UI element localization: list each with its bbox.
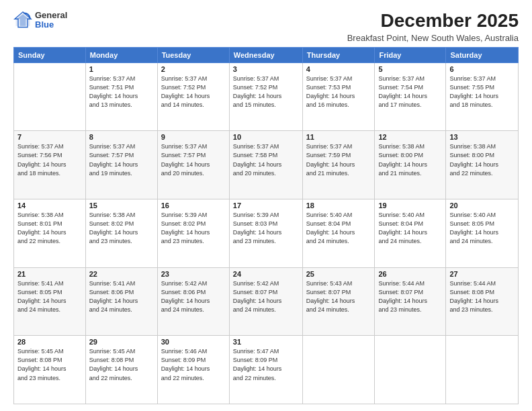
subtitle: Breakfast Point, New South Wales, Austra…	[347, 33, 519, 43]
calendar-cell	[14, 62, 86, 131]
day-info: Sunrise: 5:44 AM Sunset: 8:08 PM Dayligh…	[449, 279, 515, 314]
day-info: Sunrise: 5:39 AM Sunset: 8:03 PM Dayligh…	[233, 211, 299, 246]
calendar-row: 28Sunrise: 5:45 AM Sunset: 8:08 PM Dayli…	[14, 336, 519, 404]
column-header-sunday: Sunday	[14, 47, 86, 62]
day-info: Sunrise: 5:37 AM Sunset: 7:52 PM Dayligh…	[161, 75, 226, 109]
page: General Blue December 2025 Breakfast Poi…	[0, 0, 532, 411]
calendar-row: 14Sunrise: 5:38 AM Sunset: 8:01 PM Dayli…	[14, 199, 519, 268]
day-number: 13	[449, 133, 515, 141]
calendar-cell: 24Sunrise: 5:42 AM Sunset: 8:07 PM Dayli…	[229, 267, 302, 336]
day-number: 30	[161, 338, 226, 346]
day-info: Sunrise: 5:41 AM Sunset: 8:05 PM Dayligh…	[17, 279, 82, 314]
day-number: 23	[161, 270, 226, 278]
column-header-thursday: Thursday	[302, 47, 375, 62]
calendar-cell: 29Sunrise: 5:45 AM Sunset: 8:08 PM Dayli…	[85, 336, 157, 404]
calendar-cell: 9Sunrise: 5:37 AM Sunset: 7:57 PM Daylig…	[157, 131, 229, 199]
calendar-cell: 5Sunrise: 5:37 AM Sunset: 7:54 PM Daylig…	[375, 62, 446, 131]
calendar-cell: 22Sunrise: 5:41 AM Sunset: 8:06 PM Dayli…	[85, 267, 157, 336]
day-number: 25	[306, 270, 371, 278]
calendar-row: 21Sunrise: 5:41 AM Sunset: 8:05 PM Dayli…	[14, 267, 519, 336]
calendar-cell: 19Sunrise: 5:40 AM Sunset: 8:04 PM Dayli…	[375, 199, 446, 268]
day-number: 10	[233, 133, 299, 141]
day-info: Sunrise: 5:43 AM Sunset: 8:07 PM Dayligh…	[306, 279, 371, 314]
logo-icon	[13, 11, 32, 30]
day-number: 12	[378, 133, 442, 141]
day-info: Sunrise: 5:40 AM Sunset: 8:04 PM Dayligh…	[378, 211, 442, 246]
calendar-cell: 15Sunrise: 5:38 AM Sunset: 8:02 PM Dayli…	[85, 199, 157, 268]
day-info: Sunrise: 5:42 AM Sunset: 8:06 PM Dayligh…	[161, 279, 226, 314]
calendar-cell: 11Sunrise: 5:37 AM Sunset: 7:59 PM Dayli…	[302, 131, 375, 199]
day-number: 29	[89, 338, 154, 346]
title-block: December 2025 Breakfast Point, New South…	[347, 11, 519, 43]
calendar-cell: 2Sunrise: 5:37 AM Sunset: 7:52 PM Daylig…	[157, 62, 229, 131]
day-info: Sunrise: 5:37 AM Sunset: 7:54 PM Dayligh…	[378, 75, 442, 109]
column-header-wednesday: Wednesday	[229, 47, 302, 62]
column-header-monday: Monday	[85, 47, 157, 62]
day-number: 19	[378, 201, 442, 210]
column-header-tuesday: Tuesday	[157, 47, 229, 62]
day-number: 6	[449, 65, 515, 73]
calendar-cell: 28Sunrise: 5:45 AM Sunset: 8:08 PM Dayli…	[14, 336, 86, 404]
calendar-cell	[375, 336, 446, 404]
logo-text: General Blue	[35, 11, 67, 30]
day-number: 3	[233, 65, 299, 73]
column-header-saturday: Saturday	[446, 47, 519, 62]
day-number: 27	[449, 270, 515, 278]
day-info: Sunrise: 5:37 AM Sunset: 7:59 PM Dayligh…	[306, 142, 371, 177]
day-info: Sunrise: 5:47 AM Sunset: 8:09 PM Dayligh…	[233, 347, 299, 382]
calendar-cell: 3Sunrise: 5:37 AM Sunset: 7:52 PM Daylig…	[229, 62, 302, 131]
day-info: Sunrise: 5:41 AM Sunset: 8:06 PM Dayligh…	[89, 279, 154, 314]
logo-blue: Blue	[35, 20, 67, 30]
day-number: 8	[89, 133, 154, 141]
day-info: Sunrise: 5:38 AM Sunset: 8:00 PM Dayligh…	[378, 142, 442, 177]
calendar-cell: 26Sunrise: 5:44 AM Sunset: 8:07 PM Dayli…	[375, 267, 446, 336]
calendar-cell: 31Sunrise: 5:47 AM Sunset: 8:09 PM Dayli…	[229, 336, 302, 404]
day-number: 20	[449, 201, 515, 210]
day-info: Sunrise: 5:37 AM Sunset: 7:51 PM Dayligh…	[89, 75, 154, 109]
calendar-cell: 13Sunrise: 5:38 AM Sunset: 8:00 PM Dayli…	[446, 131, 519, 199]
main-title: December 2025	[347, 11, 519, 32]
day-info: Sunrise: 5:38 AM Sunset: 8:02 PM Dayligh…	[89, 211, 154, 246]
day-number: 9	[161, 133, 226, 141]
calendar-cell: 25Sunrise: 5:43 AM Sunset: 8:07 PM Dayli…	[302, 267, 375, 336]
day-number: 26	[378, 270, 442, 278]
calendar-cell	[302, 336, 375, 404]
day-number: 31	[233, 338, 299, 346]
day-number: 24	[233, 270, 299, 278]
calendar-cell: 10Sunrise: 5:37 AM Sunset: 7:58 PM Dayli…	[229, 131, 302, 199]
calendar-row: 1Sunrise: 5:37 AM Sunset: 7:51 PM Daylig…	[14, 62, 519, 131]
day-number: 15	[89, 201, 154, 210]
day-info: Sunrise: 5:37 AM Sunset: 7:55 PM Dayligh…	[449, 75, 515, 109]
day-info: Sunrise: 5:37 AM Sunset: 7:52 PM Dayligh…	[233, 75, 299, 109]
day-number: 7	[17, 133, 82, 141]
calendar-table: SundayMondayTuesdayWednesdayThursdayFrid…	[13, 47, 519, 404]
calendar-cell: 8Sunrise: 5:37 AM Sunset: 7:57 PM Daylig…	[85, 131, 157, 199]
header-row: SundayMondayTuesdayWednesdayThursdayFrid…	[14, 47, 519, 62]
calendar-cell: 27Sunrise: 5:44 AM Sunset: 8:08 PM Dayli…	[446, 267, 519, 336]
day-info: Sunrise: 5:45 AM Sunset: 8:08 PM Dayligh…	[89, 347, 154, 382]
day-info: Sunrise: 5:37 AM Sunset: 7:53 PM Dayligh…	[306, 75, 371, 109]
day-info: Sunrise: 5:42 AM Sunset: 8:07 PM Dayligh…	[233, 279, 299, 314]
column-header-friday: Friday	[375, 47, 446, 62]
day-number: 1	[89, 65, 154, 73]
logo: General Blue	[13, 11, 67, 30]
day-info: Sunrise: 5:45 AM Sunset: 8:08 PM Dayligh…	[17, 347, 82, 382]
day-number: 11	[306, 133, 371, 141]
day-info: Sunrise: 5:39 AM Sunset: 8:02 PM Dayligh…	[161, 211, 226, 246]
day-info: Sunrise: 5:37 AM Sunset: 7:57 PM Dayligh…	[89, 142, 154, 177]
day-info: Sunrise: 5:37 AM Sunset: 7:57 PM Dayligh…	[161, 142, 226, 177]
day-number: 4	[306, 65, 371, 73]
calendar-cell: 17Sunrise: 5:39 AM Sunset: 8:03 PM Dayli…	[229, 199, 302, 268]
day-number: 17	[233, 201, 299, 210]
day-number: 21	[17, 270, 82, 278]
day-info: Sunrise: 5:40 AM Sunset: 8:05 PM Dayligh…	[449, 211, 515, 246]
calendar-cell: 16Sunrise: 5:39 AM Sunset: 8:02 PM Dayli…	[157, 199, 229, 268]
day-number: 22	[89, 270, 154, 278]
day-number: 16	[161, 201, 226, 210]
day-info: Sunrise: 5:46 AM Sunset: 8:09 PM Dayligh…	[161, 347, 226, 382]
day-number: 28	[17, 338, 82, 346]
calendar-cell	[446, 336, 519, 404]
day-info: Sunrise: 5:40 AM Sunset: 8:04 PM Dayligh…	[306, 211, 371, 246]
calendar-row: 7Sunrise: 5:37 AM Sunset: 7:56 PM Daylig…	[14, 131, 519, 199]
day-info: Sunrise: 5:44 AM Sunset: 8:07 PM Dayligh…	[378, 279, 442, 314]
